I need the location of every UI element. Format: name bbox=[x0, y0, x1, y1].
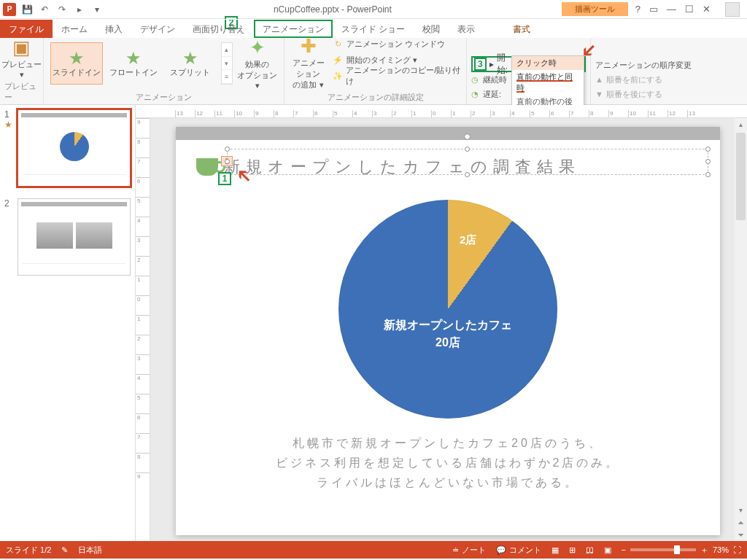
preview-icon: ▣ bbox=[1, 36, 42, 59]
pane-icon: ↻ bbox=[332, 39, 344, 49]
move-earlier-button[interactable]: ▲順番を前にする bbox=[595, 72, 662, 87]
cup-icon bbox=[196, 158, 218, 176]
prev-slide-icon[interactable]: ⏶ bbox=[735, 516, 747, 529]
anim-label: スライドイン bbox=[53, 67, 101, 78]
start-show-icon[interactable]: ▸ bbox=[73, 3, 86, 16]
anim-group-label: アニメーション bbox=[136, 92, 192, 103]
play-icon: ▸ bbox=[489, 59, 494, 69]
slide-thumb-1[interactable] bbox=[18, 109, 131, 187]
zoom-control[interactable]: − ＋ 73% ⛶ bbox=[622, 545, 741, 556]
tab-insert[interactable]: 挿入 bbox=[96, 20, 131, 38]
anim-float-in[interactable]: ★フロートイン bbox=[107, 42, 160, 85]
later-label: 順番を後にする bbox=[606, 89, 662, 100]
tab-home[interactable]: ホーム bbox=[53, 20, 96, 38]
view-reading-icon[interactable]: 🕮 bbox=[586, 545, 594, 554]
comments-button[interactable]: 💬 コメント bbox=[496, 545, 541, 556]
title-bar: P 💾 ↶ ↷ ▸ ▾ nCupCoffee.pptx - PowerPoint… bbox=[0, 0, 747, 19]
vertical-scrollbar[interactable]: ▴ ▾ ⏶ ⏷ bbox=[735, 118, 747, 541]
maximize-icon[interactable]: ☐ bbox=[685, 4, 694, 15]
status-bar: スライド 1/2 ✎ 日本語 ≐ ノート 💬 コメント ▦ ⊞ 🕮 ▣ − ＋ … bbox=[0, 541, 747, 559]
close-icon[interactable]: ✕ bbox=[703, 4, 711, 15]
down-icon[interactable]: ▾ bbox=[222, 57, 232, 71]
adv-group-label: アニメーションの詳細設定 bbox=[328, 92, 424, 103]
scroll-down-icon[interactable]: ▾ bbox=[735, 504, 747, 516]
star-icon: ★ bbox=[182, 50, 198, 67]
slide-editor: 13121110987654321012345678910111213 9876… bbox=[136, 105, 747, 541]
qat-customize-icon[interactable]: ▾ bbox=[90, 3, 104, 16]
thumb-number: 2 bbox=[4, 198, 9, 209]
account-icon[interactable] bbox=[725, 2, 740, 17]
zoom-in-icon[interactable]: ＋ bbox=[700, 545, 708, 556]
status-language[interactable]: 日本語 bbox=[78, 545, 102, 556]
delay-icon: ◔ bbox=[471, 90, 479, 99]
painter-icon: ✨ bbox=[332, 71, 343, 81]
add-animation-icon: ✚ bbox=[289, 35, 328, 58]
view-normal-icon[interactable]: ▦ bbox=[551, 545, 559, 555]
ruler-vertical: 9876543210123456789 bbox=[136, 118, 150, 541]
rotate-handle-icon[interactable] bbox=[464, 133, 471, 140]
painter-label: アニメーションのコピー/貼り付け bbox=[346, 65, 462, 87]
anim-slide-in[interactable]: ★スライドイン bbox=[50, 42, 103, 85]
duration-label: 継続時 bbox=[483, 74, 507, 85]
view-sorter-icon[interactable]: ⊞ bbox=[569, 545, 576, 555]
pie-chart[interactable]: 2店 新規オープンしたカフェ20店 bbox=[338, 200, 557, 419]
star-icon: ★ bbox=[69, 50, 85, 67]
effect-options-icon: ✦ bbox=[237, 36, 278, 59]
fit-window-icon[interactable]: ⛶ bbox=[733, 545, 741, 554]
context-tool-header: 描画ツール bbox=[562, 2, 628, 16]
spellcheck-icon[interactable]: ✎ bbox=[61, 545, 68, 555]
delay-label: 遅延: bbox=[483, 89, 501, 100]
zoom-value[interactable]: 73% bbox=[713, 545, 729, 554]
comments-label: コメント bbox=[509, 545, 541, 556]
expand-icon[interactable]: ≡ bbox=[222, 70, 232, 84]
move-later-button[interactable]: ▼順番を後にする bbox=[595, 87, 662, 101]
tab-design[interactable]: デザイン bbox=[131, 20, 184, 38]
selection-box[interactable] bbox=[227, 149, 708, 175]
anim-label: スプリット bbox=[170, 67, 210, 78]
tab-format[interactable]: 書式 bbox=[504, 20, 539, 38]
animation-pane-button[interactable]: ↻アニメーション ウィンドウ bbox=[332, 36, 462, 51]
next-slide-icon[interactable]: ⏷ bbox=[735, 529, 747, 541]
tab-file[interactable]: ファイル bbox=[0, 20, 53, 38]
anim-gallery-scroll[interactable]: ▴▾≡ bbox=[221, 42, 233, 85]
scroll-thumb[interactable] bbox=[736, 133, 746, 220]
zoom-slider[interactable] bbox=[630, 548, 696, 551]
effect-options-button[interactable]: ✦効果の オプション ▾ bbox=[237, 36, 278, 90]
powerpoint-icon: P bbox=[3, 3, 16, 16]
pie-icon bbox=[60, 132, 89, 161]
window-title: nCupCoffee.pptx - PowerPoint bbox=[104, 4, 562, 15]
redo-icon[interactable]: ↷ bbox=[55, 3, 69, 16]
animation-star-icon: ★ bbox=[4, 120, 12, 130]
zoom-out-icon[interactable]: − bbox=[622, 545, 626, 554]
ruler-horizontal: 13121110987654321012345678910111213 bbox=[136, 105, 747, 118]
duration-icon: ◷ bbox=[471, 75, 479, 85]
preview-button[interactable]: ▣ プレビュー ▾ bbox=[1, 36, 42, 79]
tab-transitions[interactable]: 画面切り替え bbox=[184, 20, 254, 38]
anim-split[interactable]: ★スプリット bbox=[164, 42, 217, 85]
start-option-with-previous[interactable]: 直前の動作と同時 bbox=[512, 70, 584, 95]
status-slide-number[interactable]: スライド 1/2 bbox=[6, 545, 51, 556]
reorder-header: アニメーションの順序変更 bbox=[595, 60, 692, 71]
ribbon: ▣ プレビュー ▾ プレビュー ★スライドイン ★フロートイン ★スプリット ▴… bbox=[0, 38, 747, 105]
help-icon[interactable]: ? bbox=[635, 4, 640, 15]
start-option-onclick[interactable]: クリック時 bbox=[512, 56, 584, 70]
down-icon: ▼ bbox=[595, 90, 603, 98]
preview-group-label: プレビュー bbox=[4, 81, 39, 103]
view-slideshow-icon[interactable]: ▣ bbox=[604, 545, 611, 555]
animation-painter-button[interactable]: ✨アニメーションのコピー/貼り付け bbox=[332, 69, 462, 83]
slide-thumb-2[interactable] bbox=[18, 198, 131, 276]
save-icon[interactable]: 💾 bbox=[20, 3, 34, 16]
undo-icon[interactable]: ↶ bbox=[38, 3, 51, 16]
scroll-up-icon[interactable]: ▴ bbox=[735, 118, 747, 131]
earlier-label: 順番を前にする bbox=[606, 74, 662, 85]
up-icon[interactable]: ▴ bbox=[222, 43, 232, 57]
ribbon-options-icon[interactable]: ▭ bbox=[649, 4, 658, 15]
notes-button[interactable]: ≐ ノート bbox=[452, 545, 486, 556]
pie-label-small: 2店 bbox=[460, 233, 476, 247]
slide-caption: 札幌市で新規オープンしたカフェ20店のうち、 ビジネス利用を想定している店舗はわ… bbox=[176, 433, 720, 493]
slide-canvas[interactable]: 1 新規オープンしたカフェの調査結果 1 ➔ 2店 新規オープンしたカフェ20店 bbox=[176, 127, 720, 535]
trigger-label: 開始のタイミング ▾ bbox=[347, 55, 417, 66]
add-animation-button[interactable]: ✚アニメーション の追加 ▾ bbox=[289, 35, 328, 90]
trigger-icon: ⚡ bbox=[332, 55, 344, 65]
minimize-icon[interactable]: — bbox=[667, 4, 676, 15]
